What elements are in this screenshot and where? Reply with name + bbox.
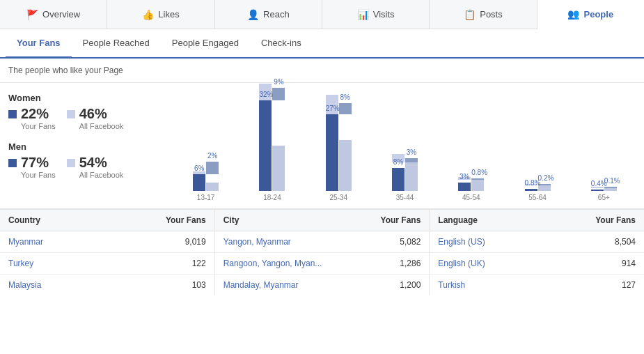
reach-icon: 👤 <box>247 9 259 20</box>
men-pct-label-25-34: 27% <box>326 105 338 112</box>
country-fans-3: 103 <box>150 280 206 290</box>
table-row: English (UK) 914 <box>430 253 644 275</box>
table-row: Mandalay, Myanmar 1,200 <box>215 275 430 295</box>
table-row: Rangoon, Yangon, Myan... 1,286 <box>215 253 430 275</box>
men-all-bar-18-24 <box>272 146 285 191</box>
nav-posts-label: Posts <box>480 9 503 20</box>
men-fans-bar-35-44: 8% <box>392 168 405 191</box>
men-label: Men <box>8 141 168 152</box>
men-fans-bar-25-34: 27% <box>326 114 338 191</box>
age-label-65+: 65+ <box>598 194 610 201</box>
table-row: Malaysia 103 <box>0 275 214 295</box>
city-table: City Your Fans Yangon, Myanmar 5,082 Ran… <box>215 210 430 295</box>
women-label: Women <box>8 93 168 103</box>
women-allfb-stat: 46% All Facebook <box>67 106 124 130</box>
men-all-bar-45-54 <box>471 180 484 191</box>
age-group-25-34: 8%27%25-34 <box>307 100 370 201</box>
bars-wrapper-55-64: 0.2%0.8% <box>505 100 569 191</box>
subnav-your-fans[interactable]: Your Fans <box>6 29 72 59</box>
women-fans-color <box>8 110 17 118</box>
age-group-45-54: 0.8%3%45-54 <box>439 100 503 201</box>
language-col-header: Language <box>438 215 580 225</box>
men-allfb-stat: 54% All Facebook <box>67 155 124 179</box>
city-fans-header: Your Fans <box>365 215 421 225</box>
table-row: Yangon, Myanmar 5,082 <box>215 231 430 253</box>
nav-likes[interactable]: 👍 Likes <box>107 0 214 29</box>
age-bars-container: 2%6%13-179%32%18-248%27%25-343%8%35-440.… <box>174 90 636 201</box>
men-pct-label-13-17: 6% <box>193 164 205 172</box>
men-all-bar-35-44 <box>405 162 418 191</box>
table-row: Turkish 127 <box>430 275 644 295</box>
men-fans-pct: 77% <box>21 155 49 171</box>
men-bars-45-54: 3% <box>439 180 503 191</box>
nav-posts[interactable]: 📋 Posts <box>430 0 537 29</box>
women-pct-label-13-17: 2% <box>206 152 219 160</box>
nav-overview-label: Overview <box>42 9 80 20</box>
table-row: Turkey 122 <box>0 253 214 275</box>
men-fans-bar-65+: 0.4% <box>591 190 604 191</box>
sub-navigation: Your Fans People Reached People Engaged … <box>0 29 644 59</box>
age-group-18-24: 9%32%18-24 <box>240 100 304 201</box>
men-bars-25-34: 27% <box>307 114 370 191</box>
city-fans-3: 1,200 <box>365 280 421 290</box>
language-fans-2: 914 <box>580 259 636 268</box>
nav-people[interactable]: 👥 People <box>537 0 644 29</box>
subnav-check-ins[interactable]: Check-ins <box>250 29 313 59</box>
women-bars-35-44: 3% <box>373 154 437 162</box>
likes-icon: 👍 <box>142 9 154 20</box>
visits-icon: 📊 <box>357 9 369 20</box>
country-fans-2: 122 <box>150 259 206 268</box>
city-name-1: Yangon, Myanmar <box>223 237 366 247</box>
men-allfb-pct: 54% <box>79 155 107 171</box>
age-label-25-34: 25-34 <box>329 194 347 201</box>
language-fans-header: Your Fans <box>580 215 636 225</box>
women-fans-bar-18-24: 9% <box>272 88 285 100</box>
country-table-header: Country Your Fans <box>0 210 214 231</box>
women-allfb-color <box>67 110 75 118</box>
nav-reach-label: Reach <box>263 9 290 20</box>
men-pct-label-65+: 0.4% <box>591 180 604 187</box>
women-fans-stat: 22% Your Fans <box>8 106 56 130</box>
bars-wrapper-18-24: 9%32% <box>240 100 304 191</box>
nav-overview[interactable]: 🚩 Overview <box>0 0 107 29</box>
men-fans-bar-45-54: 3% <box>458 183 471 191</box>
language-table-header: Language Your Fans <box>430 210 644 231</box>
country-fans-header: Your Fans <box>150 215 206 225</box>
city-table-header: City Your Fans <box>215 210 430 231</box>
men-allfb-color <box>67 159 75 167</box>
language-name-2: English (UK) <box>438 259 580 268</box>
age-label-45-54: 45-54 <box>462 194 480 201</box>
bars-wrapper-35-44: 3%8% <box>373 100 437 191</box>
country-name-3: Malaysia <box>8 280 150 290</box>
women-fans-bar-13-17: 2% <box>206 162 219 174</box>
women-fans-bar-25-34: 8% <box>339 103 352 114</box>
nav-visits[interactable]: 📊 Visits <box>322 0 430 29</box>
men-fans-sublabel: Your Fans <box>21 171 56 179</box>
city-col-header: City <box>223 215 366 225</box>
gender-stats: Women 22% Your Fans 46% All Facebook <box>8 90 168 201</box>
women-bars-13-17: 2% <box>174 162 237 174</box>
language-name-3: Turkish <box>438 280 580 290</box>
subnav-people-reached[interactable]: People Reached <box>72 29 161 59</box>
city-name-2: Rangoon, Yangon, Myan... <box>223 259 366 268</box>
women-pct-label-45-54: 0.8% <box>471 169 484 176</box>
top-navigation: 🚩 Overview 👍 Likes 👤 Reach 📊 Visits 📋 Po… <box>0 0 644 29</box>
nav-reach[interactable]: 👤 Reach <box>215 0 322 29</box>
men-fans-bar-18-24: 32% <box>259 100 272 191</box>
men-pct-label-55-64: 0.8% <box>525 179 537 187</box>
language-table: Language Your Fans English (US) 8,504 En… <box>430 210 644 295</box>
subnav-people-engaged[interactable]: People Engaged <box>161 29 250 59</box>
table-row: English (US) 8,504 <box>430 231 644 253</box>
age-label-18-24: 18-24 <box>263 194 281 201</box>
country-table: Country Your Fans Myanmar 9,019 Turkey 1… <box>0 210 215 295</box>
city-fans-1: 5,082 <box>365 237 421 247</box>
age-group-13-17: 2%6%13-17 <box>174 100 237 201</box>
city-fans-2: 1,286 <box>365 259 421 268</box>
country-col-header: Country <box>8 215 150 225</box>
people-icon: 👥 <box>567 8 579 20</box>
age-label-35-44: 35-44 <box>396 194 414 201</box>
age-group-65+: 0.1%0.4%65+ <box>572 100 636 201</box>
men-pct-label-45-54: 3% <box>458 173 471 180</box>
women-pct-label-35-44: 3% <box>405 148 418 156</box>
women-allfb-pct: 46% <box>79 106 107 122</box>
